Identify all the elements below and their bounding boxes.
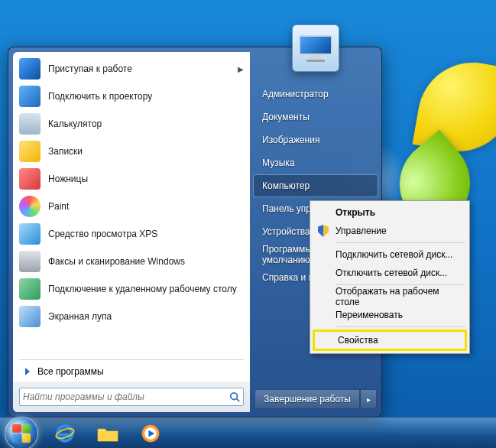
- ctx-show-desktop[interactable]: Отображать на рабочем столе: [313, 287, 467, 306]
- program-item-connect-projector[interactable]: Подключить к проектору: [13, 83, 250, 110]
- program-item-magnifier[interactable]: Экранная лупа: [13, 303, 250, 330]
- program-label: Ножницы: [48, 174, 88, 184]
- context-separator: [336, 284, 465, 285]
- program-label: Калькулятор: [48, 118, 102, 129]
- search-icon: [229, 391, 240, 402]
- right-link-label: Изображения: [262, 135, 319, 145]
- connect-projector-icon: [19, 86, 41, 107]
- taskbar-pinned-ie[interactable]: [44, 420, 86, 447]
- snipping-tool-icon: [19, 168, 41, 190]
- right-link-label: Документы: [262, 112, 310, 122]
- shutdown-button[interactable]: Завершение работы: [254, 389, 360, 409]
- arrow-right-icon: [25, 368, 30, 375]
- media-player-icon: [140, 423, 161, 444]
- computer-link[interactable]: Компьютер: [253, 174, 378, 197]
- shutdown-row: Завершение работы ▸: [254, 389, 377, 409]
- fax-scan-icon: [19, 251, 41, 272]
- program-label: Paint: [48, 201, 69, 212]
- ctx-open[interactable]: Открыть: [313, 203, 467, 222]
- pinned-programs-list: Приступая к работе▶Подключить к проектор…: [13, 52, 250, 358]
- svg-point-0: [231, 393, 238, 400]
- user-link[interactable]: Администратор: [253, 83, 378, 106]
- ie-icon: [54, 423, 76, 444]
- user-picture[interactable]: [292, 24, 339, 72]
- pictures-link[interactable]: Изображения: [253, 128, 378, 151]
- program-item-sticky-notes[interactable]: Записки: [13, 138, 250, 165]
- search-input[interactable]: [23, 391, 229, 402]
- taskbar-pinned-media-player[interactable]: [130, 420, 171, 447]
- program-item-calculator[interactable]: Калькулятор: [13, 110, 250, 138]
- context-item-label: Переименовать: [336, 310, 403, 320]
- ctx-manage[interactable]: Управление: [313, 222, 467, 240]
- context-separator: [336, 326, 465, 327]
- program-label: Записки: [48, 146, 83, 157]
- shutdown-options-button[interactable]: ▸: [360, 389, 377, 409]
- right-link-label: Администратор: [262, 89, 329, 99]
- program-item-xps-viewer[interactable]: Средство просмотра XPS: [13, 220, 250, 248]
- search-box[interactable]: [19, 388, 244, 406]
- all-programs-label: Все программы: [37, 366, 104, 377]
- program-item-fax-scan[interactable]: Факсы и сканирование Windows: [13, 248, 250, 275]
- remote-desktop-icon: [19, 278, 41, 300]
- highlighted-context-item: Свойства: [313, 330, 467, 351]
- taskbar: [0, 417, 496, 448]
- search-area: [13, 381, 250, 412]
- program-item-getting-started[interactable]: Приступая к работе▶: [13, 55, 250, 83]
- context-item-label: Подключить сетевой диск...: [336, 249, 452, 260]
- music-link[interactable]: Музыка: [253, 151, 378, 174]
- context-separator: [336, 242, 465, 243]
- arrow-right-icon: ▸: [367, 395, 371, 404]
- program-label: Средство просмотра XPS: [48, 229, 157, 239]
- program-label: Приступая к работе: [48, 63, 132, 74]
- all-programs-button[interactable]: Все программы: [13, 362, 250, 381]
- shield-icon: [317, 225, 329, 237]
- svg-line-1: [237, 399, 240, 402]
- submenu-arrow-icon: ▶: [238, 65, 244, 73]
- sticky-notes-icon: [19, 141, 41, 162]
- ctx-rename[interactable]: Переименовать: [313, 306, 467, 324]
- ctx-unmap-drive[interactable]: Отключить сетевой диск...: [313, 264, 467, 282]
- getting-started-icon: [19, 58, 41, 80]
- separator: [19, 359, 244, 360]
- right-link-label: Музыка: [262, 157, 294, 168]
- ctx-properties[interactable]: Свойства: [315, 332, 465, 349]
- program-item-paint[interactable]: Paint: [13, 193, 250, 220]
- context-item-label: Свойства: [338, 335, 378, 346]
- start-button[interactable]: [5, 417, 38, 449]
- context-item-label: Управление: [336, 226, 387, 236]
- program-label: Экранная лупа: [48, 311, 112, 322]
- ctx-map-drive[interactable]: Подключить сетевой диск...: [313, 245, 467, 264]
- right-link-label: Компьютер: [262, 180, 310, 191]
- context-item-label: Отображать на рабочем столе: [336, 286, 461, 307]
- context-item-label: Отключить сетевой диск...: [336, 268, 447, 278]
- calculator-icon: [19, 113, 41, 135]
- context-menu: ОткрытьУправлениеПодключить сетевой диск…: [310, 200, 470, 354]
- paint-icon: [19, 196, 41, 217]
- magnifier-icon: [19, 306, 41, 327]
- shutdown-label: Завершение работы: [264, 394, 351, 404]
- program-label: Подключить к проектору: [48, 91, 152, 102]
- program-label: Подключение к удаленному рабочему столу: [48, 284, 237, 294]
- context-item-label: Открыть: [336, 207, 375, 218]
- computer-icon: [299, 35, 332, 61]
- taskbar-pinned-explorer[interactable]: [87, 420, 128, 447]
- program-item-remote-desktop[interactable]: Подключение к удаленному рабочему столу: [13, 275, 250, 303]
- start-menu-left-pane: Приступая к работе▶Подключить к проектор…: [13, 52, 250, 412]
- program-item-snipping-tool[interactable]: Ножницы: [13, 165, 250, 193]
- documents-link[interactable]: Документы: [253, 106, 378, 128]
- xps-viewer-icon: [19, 223, 41, 245]
- program-label: Факсы и сканирование Windows: [48, 256, 185, 267]
- folder-icon: [96, 424, 119, 443]
